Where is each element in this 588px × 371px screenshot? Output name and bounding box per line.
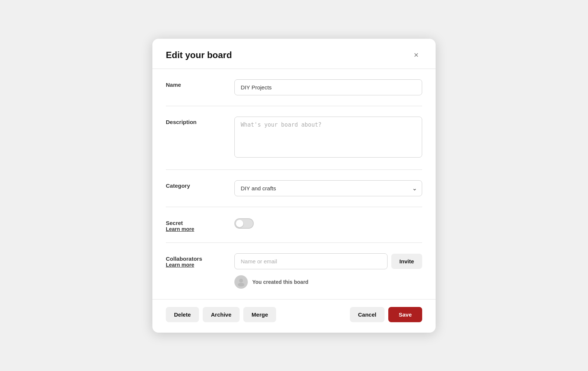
name-row: Name [166, 69, 422, 106]
name-label-col: Name [166, 79, 225, 88]
description-label: Description [166, 119, 225, 125]
description-row: Description [166, 106, 422, 170]
invite-button[interactable]: Invite [391, 254, 422, 269]
modal-body: Name Description Category DIY an [152, 69, 436, 299]
footer-right-actions: Cancel Save [350, 307, 422, 322]
modal-header: Edit your board × [152, 39, 436, 69]
avatar [234, 275, 248, 289]
name-control-col [234, 79, 422, 95]
close-button[interactable]: × [410, 49, 422, 61]
svg-point-1 [238, 283, 244, 286]
secret-row: Secret Learn more [166, 207, 422, 243]
save-button[interactable]: Save [388, 307, 422, 322]
collaborators-label-col: Collaborators Learn more [166, 253, 225, 268]
delete-button[interactable]: Delete [166, 307, 199, 322]
category-select-wrapper: DIY and crafts Art Design Food and drink… [234, 180, 422, 196]
avatar-icon [236, 277, 246, 287]
collaborators-row: Collaborators Learn more Invite You crea… [166, 243, 422, 299]
collaborators-learn-more-link[interactable]: Learn more [166, 262, 225, 268]
secret-control-col [234, 218, 422, 229]
category-label-col: Category [166, 180, 225, 189]
toggle-slider [234, 218, 254, 229]
creator-text: You created this board [252, 279, 309, 285]
archive-button[interactable]: Archive [203, 307, 240, 322]
category-label: Category [166, 183, 225, 189]
category-select[interactable]: DIY and crafts Art Design Food and drink… [234, 180, 422, 196]
collaborators-input[interactable] [234, 253, 388, 269]
category-control-col: DIY and crafts Art Design Food and drink… [234, 180, 422, 196]
name-label: Name [166, 82, 225, 88]
cancel-button[interactable]: Cancel [350, 307, 385, 322]
description-label-col: Description [166, 117, 225, 125]
secret-toggle[interactable] [234, 218, 254, 229]
collaborators-label: Collaborators [166, 256, 225, 262]
svg-point-0 [239, 279, 243, 282]
footer-left-actions: Delete Archive Merge [166, 307, 276, 322]
category-row: Category DIY and crafts Art Design Food … [166, 170, 422, 207]
description-control-col [234, 117, 422, 159]
creator-row: You created this board [234, 275, 422, 289]
name-input[interactable] [234, 79, 422, 95]
collaborators-control-col: Invite You created this board [234, 253, 422, 289]
modal-title: Edit your board [166, 50, 232, 60]
invite-row: Invite [234, 253, 422, 269]
secret-label-col: Secret Learn more [166, 218, 225, 232]
secret-learn-more-link[interactable]: Learn more [166, 226, 225, 232]
secret-label: Secret [166, 220, 225, 226]
merge-button[interactable]: Merge [243, 307, 276, 322]
edit-board-modal: Edit your board × Name Description Cat [152, 39, 436, 333]
modal-footer: Delete Archive Merge Cancel Save [152, 299, 436, 333]
description-input[interactable] [234, 117, 422, 158]
